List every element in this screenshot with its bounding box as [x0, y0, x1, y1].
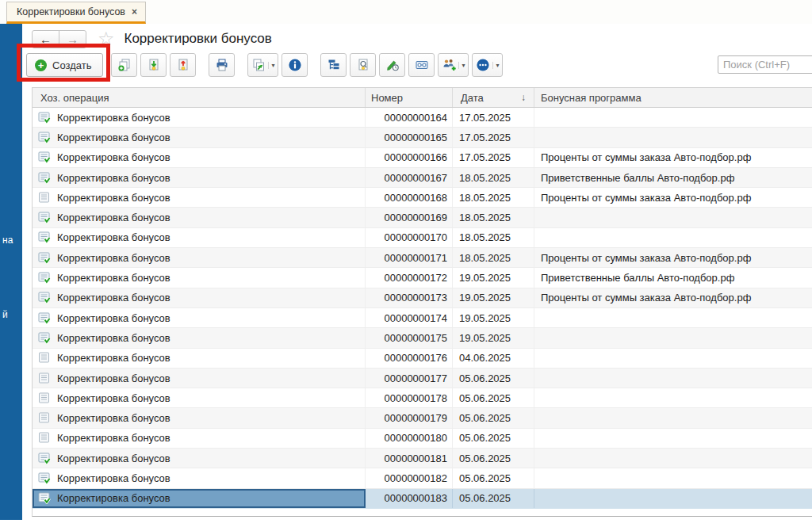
- row-program-cell[interactable]: [534, 408, 812, 427]
- back-button[interactable]: ←: [32, 30, 59, 48]
- row-program-cell[interactable]: Проценты от суммы заказа Авто-подбор.рф: [534, 248, 812, 267]
- table-row[interactable]: Корректировка бонусов0000000017519.05.20…: [33, 328, 812, 348]
- sidebar-item-fragment[interactable]: й: [2, 309, 8, 320]
- hierarchy-button[interactable]: [320, 53, 347, 77]
- row-program-cell[interactable]: [534, 108, 812, 127]
- column-header-operation[interactable]: Хоз. операция: [33, 88, 366, 107]
- row-number-cell[interactable]: 00000000179: [366, 408, 453, 427]
- card-file-button[interactable]: [408, 53, 435, 77]
- row-operation-cell[interactable]: Корректировка бонусов: [33, 268, 366, 287]
- row-date-cell[interactable]: 19.05.2025: [453, 328, 534, 347]
- table-row[interactable]: Корректировка бонусов0000000016918.05.20…: [33, 208, 812, 227]
- row-date-cell[interactable]: 18.05.2025: [453, 228, 534, 247]
- column-header-date[interactable]: Дата ↓: [453, 88, 534, 107]
- row-number-cell[interactable]: 00000000165: [366, 128, 453, 147]
- search-input[interactable]: [718, 55, 812, 74]
- table-row[interactable]: Корректировка бонусов0000000016818.05.20…: [33, 188, 812, 208]
- row-operation-cell[interactable]: Корректировка бонусов: [33, 468, 366, 487]
- row-program-cell[interactable]: Проценты от суммы заказа Авто-подбор.рф: [534, 148, 812, 167]
- table-row[interactable]: Корректировка бонусов0000000017419.05.20…: [33, 308, 812, 328]
- row-date-cell[interactable]: 17.05.2025: [453, 128, 534, 147]
- row-program-cell[interactable]: Приветственные баллы Авто-подбор.рф: [534, 168, 812, 187]
- table-row[interactable]: Корректировка бонусов0000000017905.06.20…: [33, 408, 812, 428]
- row-operation-cell[interactable]: Корректировка бонусов: [33, 408, 366, 427]
- row-date-cell[interactable]: 05.06.2025: [453, 429, 534, 448]
- row-program-cell[interactable]: Проценты от суммы заказа Авто-подбор.рф: [534, 288, 812, 307]
- row-number-cell[interactable]: 00000000174: [366, 308, 453, 327]
- row-date-cell[interactable]: 19.05.2025: [453, 288, 534, 307]
- row-date-cell[interactable]: 17.05.2025: [453, 108, 534, 127]
- forward-button[interactable]: →: [59, 30, 86, 48]
- document-search-button[interactable]: [350, 53, 376, 77]
- table-row[interactable]: Корректировка бонусов0000000018205.06.20…: [33, 468, 812, 488]
- print-button[interactable]: [209, 53, 235, 77]
- row-program-cell[interactable]: [534, 228, 812, 247]
- row-date-cell[interactable]: 05.06.2025: [453, 388, 534, 407]
- row-operation-cell[interactable]: Корректировка бонусов: [33, 188, 366, 207]
- row-program-cell[interactable]: [534, 388, 812, 407]
- table-row[interactable]: Корректировка бонусов0000000017805.06.20…: [33, 388, 812, 408]
- tab-bonus-adjustments[interactable]: Корректировки бонусов ×: [6, 2, 146, 24]
- column-header-number[interactable]: Номер: [366, 88, 453, 107]
- table-row[interactable]: Корректировка бонусов0000000017219.05.20…: [33, 268, 812, 288]
- unpost-document-button[interactable]: [170, 53, 196, 77]
- row-program-cell[interactable]: [534, 489, 812, 508]
- row-operation-cell[interactable]: Корректировка бонусов: [33, 449, 366, 468]
- row-number-cell[interactable]: 00000000168: [366, 188, 453, 207]
- more-actions-button[interactable]: ▾: [472, 53, 503, 77]
- row-number-cell[interactable]: 00000000177: [366, 369, 453, 388]
- row-program-cell[interactable]: Приветственные баллы Авто-подбор.рф: [534, 268, 812, 287]
- row-operation-cell[interactable]: Корректировка бонусов: [33, 248, 366, 267]
- row-number-cell[interactable]: 00000000181: [366, 449, 453, 468]
- row-operation-cell[interactable]: Корректировка бонусов: [33, 228, 366, 247]
- column-header-program[interactable]: Бонусная программа: [534, 88, 812, 107]
- create-button[interactable]: + Создать: [26, 53, 103, 77]
- row-number-cell[interactable]: 00000000164: [366, 108, 453, 127]
- row-operation-cell[interactable]: Корректировка бонусов: [33, 369, 366, 388]
- row-operation-cell[interactable]: Корректировка бонусов: [33, 168, 366, 187]
- row-date-cell[interactable]: 04.06.2025: [453, 349, 534, 368]
- row-date-cell[interactable]: 05.06.2025: [453, 489, 534, 508]
- row-operation-cell[interactable]: Корректировка бонусов: [33, 308, 366, 327]
- row-date-cell[interactable]: 17.05.2025: [453, 148, 534, 167]
- row-number-cell[interactable]: 00000000171: [366, 248, 453, 267]
- row-date-cell[interactable]: 18.05.2025: [453, 188, 534, 207]
- row-program-cell[interactable]: Проценты от суммы заказа Авто-подбор.рф: [534, 188, 812, 207]
- create-copy-button[interactable]: [111, 53, 137, 77]
- copy-arrow-button[interactable]: ▾: [247, 53, 278, 77]
- table-row[interactable]: Корректировка бонусов0000000018305.06.20…: [33, 489, 812, 509]
- table-row[interactable]: Корректировка бонусов0000000017118.05.20…: [33, 248, 812, 268]
- table-row[interactable]: Корректировка бонусов0000000017319.05.20…: [33, 288, 812, 308]
- row-number-cell[interactable]: 00000000169: [366, 208, 453, 227]
- row-date-cell[interactable]: 18.05.2025: [453, 168, 534, 187]
- row-date-cell[interactable]: 05.06.2025: [453, 369, 534, 388]
- row-operation-cell[interactable]: Корректировка бонусов: [33, 489, 366, 508]
- row-number-cell[interactable]: 00000000172: [366, 268, 453, 287]
- row-number-cell[interactable]: 00000000166: [366, 148, 453, 167]
- row-date-cell[interactable]: 05.06.2025: [453, 408, 534, 427]
- row-number-cell[interactable]: 00000000176: [366, 349, 453, 368]
- row-program-cell[interactable]: [534, 308, 812, 327]
- row-number-cell[interactable]: 00000000167: [366, 168, 453, 187]
- edit-history-button[interactable]: [379, 53, 405, 77]
- post-document-button[interactable]: [140, 53, 167, 77]
- favorite-star-icon[interactable]: ☆: [98, 29, 115, 48]
- table-row[interactable]: Корректировка бонусов0000000018005.06.20…: [33, 429, 812, 449]
- row-operation-cell[interactable]: Корректировка бонусов: [33, 208, 366, 227]
- row-date-cell[interactable]: 18.05.2025: [453, 248, 534, 267]
- row-date-cell[interactable]: 19.05.2025: [453, 308, 534, 327]
- row-program-cell[interactable]: [534, 208, 812, 227]
- info-button[interactable]: [282, 53, 308, 77]
- row-operation-cell[interactable]: Корректировка бонусов: [33, 328, 366, 347]
- row-number-cell[interactable]: 00000000183: [366, 489, 453, 508]
- sidebar-item-fragment[interactable]: на: [2, 235, 13, 246]
- row-operation-cell[interactable]: Корректировка бонусов: [33, 429, 366, 448]
- row-operation-cell[interactable]: Корректировка бонусов: [33, 288, 366, 307]
- row-operation-cell[interactable]: Корректировка бонусов: [33, 388, 366, 407]
- row-number-cell[interactable]: 00000000182: [366, 468, 453, 487]
- row-operation-cell[interactable]: Корректировка бонусов: [33, 349, 366, 368]
- add-users-button[interactable]: ▾: [438, 53, 469, 77]
- table-row[interactable]: Корректировка бонусов0000000016718.05.20…: [33, 168, 812, 188]
- row-operation-cell[interactable]: Корректировка бонусов: [33, 128, 366, 147]
- row-number-cell[interactable]: 00000000173: [366, 288, 453, 307]
